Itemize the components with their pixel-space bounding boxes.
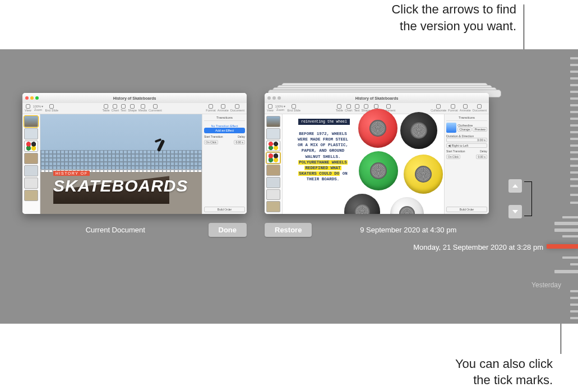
- timeline-tick[interactable]: [570, 138, 578, 140]
- timeline-tick[interactable]: [570, 317, 578, 319]
- toolbar-view-button[interactable]: View: [267, 104, 274, 113]
- slide-thumb[interactable]: [266, 165, 280, 176]
- toolbar-end-slide-button[interactable]: End Slide: [45, 104, 58, 113]
- timeline-tick[interactable]: [570, 124, 578, 127]
- toolbar-end-slide-button[interactable]: End Slide: [287, 104, 300, 113]
- toolbar-view-button[interactable]: View: [25, 104, 31, 113]
- preview-effect-button[interactable]: Preview: [473, 127, 487, 132]
- slide-thumb[interactable]: [266, 189, 280, 200]
- toolbar-zoom-button[interactable]: 100% ▾Zoom: [33, 105, 44, 112]
- slide-thumb[interactable]: [24, 116, 38, 127]
- timeline-tick[interactable]: [570, 71, 578, 73]
- slide-navigator[interactable]: [22, 114, 40, 214]
- timeline-tick[interactable]: [570, 104, 578, 106]
- start-transition-value[interactable]: On Click: [446, 155, 460, 159]
- timeline-tick[interactable]: [562, 216, 578, 218]
- timeline-tick[interactable]: [570, 194, 578, 196]
- add-effect-button[interactable]: Add an Effect: [204, 128, 245, 133]
- toolbar-text-button[interactable]: Text: [121, 104, 126, 113]
- toolbar-chart-button[interactable]: Chart: [112, 104, 119, 113]
- slide-thumb[interactable]: [266, 152, 280, 164]
- slide-thumb[interactable]: [24, 165, 38, 176]
- timeline-tick[interactable]: [570, 304, 578, 306]
- timeline-tick[interactable]: [570, 151, 578, 153]
- slide-thumb[interactable]: [266, 177, 280, 188]
- toolbar-format-button[interactable]: Format: [448, 104, 457, 113]
- timeline-tick[interactable]: [570, 57, 578, 59]
- slide-navigator[interactable]: [265, 114, 283, 214]
- change-effect-button[interactable]: Change: [457, 127, 471, 132]
- toolbar-document-button[interactable]: Document: [230, 104, 244, 113]
- toolbar-zoom-button[interactable]: 100% ▾Zoom: [275, 105, 286, 112]
- timeline-tick[interactable]: [570, 171, 578, 174]
- timeline-tick[interactable]: [570, 144, 578, 147]
- timeline-tick[interactable]: [570, 297, 578, 299]
- toolbar: View 100% ▾Zoom End Slide Table Chart Te…: [22, 103, 247, 114]
- toolbar-format-button[interactable]: Format: [206, 104, 215, 113]
- timeline-tick[interactable]: [570, 165, 578, 167]
- toolbar-comment-button[interactable]: Comment: [149, 104, 162, 113]
- duration-value[interactable]: 3.00 s: [446, 138, 487, 142]
- timeline-tick[interactable]: [570, 310, 578, 312]
- timeline-tick[interactable]: [570, 263, 578, 265]
- start-transition-value[interactable]: On Click: [204, 140, 218, 144]
- version-up-button[interactable]: [508, 179, 522, 193]
- slide-thumb[interactable]: [24, 153, 38, 164]
- slide-thumb[interactable]: [266, 201, 280, 212]
- slide-thumb[interactable]: [24, 190, 38, 201]
- timeline-tick[interactable]: [570, 202, 578, 204]
- timeline-tick[interactable]: [554, 270, 578, 273]
- toolbar-table-button[interactable]: Table: [336, 104, 343, 113]
- toolbar-chart-button[interactable]: Chart: [345, 104, 352, 113]
- timeline-tick[interactable]: [562, 235, 578, 237]
- window-title: History of Skateboards: [22, 96, 247, 100]
- selected-version-timestamp: Monday, 21 September 2020 at 3:28 pm: [413, 243, 543, 251]
- done-button[interactable]: Done: [209, 223, 247, 237]
- slide-canvas[interactable]: HISTORY OF SKATEBOARDS: [40, 114, 202, 214]
- timeline-tick[interactable]: [570, 91, 578, 93]
- delay-value[interactable]: 0.00 s: [234, 140, 245, 144]
- timeline-tick[interactable]: [570, 185, 578, 187]
- timeline-tick-current[interactable]: [547, 244, 578, 249]
- build-order-button[interactable]: Build Order: [204, 207, 245, 212]
- toolbar-media-button[interactable]: Media: [138, 104, 147, 113]
- timeline-tick[interactable]: [570, 131, 578, 133]
- slide-thumb[interactable]: [24, 178, 38, 189]
- restore-button[interactable]: Restore: [265, 223, 312, 237]
- slide-body-text: BEFORE 1972, WHEELS WERE MADE FROM STEEL…: [289, 131, 357, 182]
- version-date-label: 9 September 2020 at 4:30 pm: [327, 226, 489, 234]
- slide-thumb[interactable]: [24, 141, 38, 152]
- timeline-tick[interactable]: [570, 118, 578, 120]
- slide-thumb[interactable]: [266, 116, 280, 127]
- timeline-tick[interactable]: [570, 178, 578, 180]
- direction-select[interactable]: ◀ Right to Left: [446, 143, 487, 148]
- build-order-button[interactable]: Build Order: [446, 207, 487, 212]
- inspector-tab[interactable]: Transitions: [446, 116, 487, 121]
- slide-canvas[interactable]: reinventing the wheel BEFORE 1972, WHEEL…: [283, 114, 444, 214]
- timeline-tick[interactable]: [570, 290, 578, 292]
- toolbar-table-button[interactable]: Table: [102, 104, 109, 113]
- slide-thumb[interactable]: [266, 128, 280, 139]
- timeline-tick[interactable]: [570, 64, 578, 66]
- timeline-tick[interactable]: [570, 158, 578, 160]
- slide-thumb[interactable]: [266, 141, 280, 152]
- inspector-tab[interactable]: Transitions: [204, 116, 245, 121]
- timeline-tick[interactable]: [554, 228, 578, 232]
- toolbar-animate-button[interactable]: Animate: [218, 104, 229, 113]
- toolbar-animate-button[interactable]: Animate: [460, 104, 471, 113]
- timeline-tick[interactable]: [570, 97, 578, 100]
- timeline-tick[interactable]: [570, 84, 578, 86]
- toolbar-text-button[interactable]: Text: [354, 104, 359, 113]
- toolbar-document-button[interactable]: Document: [473, 104, 487, 113]
- toolbar-collaborate-button[interactable]: Collaborate: [431, 104, 446, 113]
- timeline-tick[interactable]: [570, 111, 578, 113]
- timeline-tick[interactable]: [570, 77, 578, 80]
- slide-thumb[interactable]: [24, 128, 38, 139]
- toolbar-shape-button[interactable]: Shape: [128, 104, 137, 113]
- delay-value[interactable]: 0.00 s: [476, 155, 487, 159]
- timeline-tick[interactable]: [554, 222, 578, 225]
- timeline-tick[interactable]: [562, 256, 578, 259]
- version-down-button[interactable]: [508, 205, 522, 218]
- version-timeline[interactable]: Yesterday: [547, 49, 578, 324]
- chevron-down-icon: [512, 208, 519, 215]
